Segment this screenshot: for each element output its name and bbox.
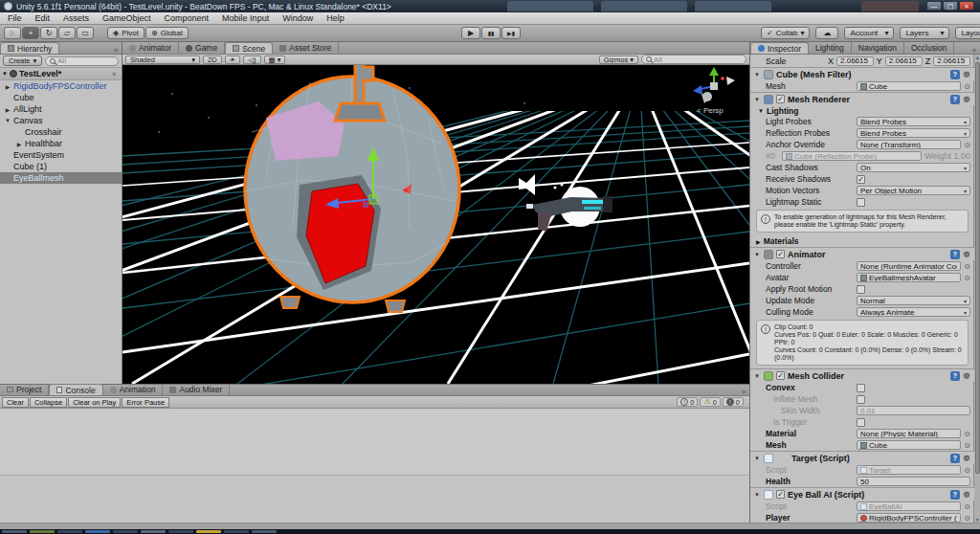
scene-header-row[interactable]: ▼ TestLevel* ≡ [0,68,122,80]
taskbar-item[interactable] [57,530,82,533]
component-header-target-script[interactable]: ▼ Target (Script) ? ☸ [750,451,974,464]
scene-audio-toggle-icon[interactable]: ◁) [243,56,260,64]
foldout-icon[interactable]: ▶ [756,238,761,245]
2d-toggle[interactable]: 2D [203,56,222,64]
close-button[interactable]: × [959,1,974,11]
info-count-toggle[interactable]: !0 [677,397,698,407]
scrollbar-thumb[interactable] [975,62,980,474]
taskbar-item[interactable] [168,530,193,533]
scene-lighting-toggle-icon[interactable]: ☀ [225,56,241,64]
taskbar-item[interactable] [113,530,138,533]
warning-count-toggle[interactable]: ⚠0 [700,397,720,407]
object-picker-icon[interactable]: ⊙ [964,514,970,523]
object-picker-icon[interactable]: ⊙ [964,82,970,91]
gizmo-cube[interactable] [710,82,718,90]
error-pause-button[interactable]: Error Pause [122,397,169,408]
anchor-override-field[interactable]: None (Transform) [857,140,961,149]
controller-object-field[interactable]: None (Runtime Animator Controller) [857,261,961,271]
foldout-icon[interactable]: ▼ [754,97,761,102]
maximize-button[interactable]: ▢ [943,1,958,11]
gear-icon[interactable]: ☸ [963,454,970,463]
health-field[interactable]: 50 [857,477,970,486]
axis-x-dot[interactable] [721,77,724,80]
physic-material-field[interactable]: None (Physic Material) [857,429,961,438]
foldout-icon[interactable]: ▼ [758,108,764,114]
gizmo-ball[interactable] [702,92,712,101]
help-icon[interactable]: ? [950,371,960,381]
step-button[interactable]: ▶▮ [501,27,521,39]
component-header-mesh-collider[interactable]: ▼ ✓ Mesh Collider ? ☸ [750,368,974,382]
menu-file[interactable]: File [8,13,22,23]
motion-vectors-dropdown[interactable]: Per Object Motion▾ [857,186,970,195]
scroll-up-icon[interactable]: ▲ [974,55,980,60]
object-picker-icon[interactable]: ⊙ [964,274,970,282]
hierarchy-item-selected[interactable]: EyeBallmesh [0,172,122,184]
foldout-icon[interactable]: ▼ [754,252,761,257]
help-icon[interactable]: ? [950,95,960,104]
panel-menu-icon[interactable]: ≡ [742,389,749,395]
tab-occlusion[interactable]: Occlusion [904,42,954,54]
hierarchy-item[interactable]: ▶RigidBodyFPSController [0,80,122,92]
tab-lighting[interactable]: Lighting [809,42,852,54]
foldout-icon[interactable]: ▼ [4,118,11,123]
tab-console[interactable]: Console [49,384,102,395]
lightmap-static-checkbox[interactable] [857,198,865,207]
collider-mesh-field[interactable]: Cube [857,440,961,450]
tab-animator[interactable]: Animator [122,42,179,54]
hierarchy-item[interactable]: ▶AllLight [0,103,122,115]
taskbar-item[interactable] [141,530,166,533]
rotate-tool-icon[interactable]: ↻ [40,27,57,39]
os-taskbar[interactable] [0,529,980,534]
object-picker-icon[interactable]: ⊙ [964,262,970,271]
hierarchy-item[interactable]: Cube (1) [0,161,122,172]
panel-menu-icon[interactable]: ≡ [972,47,980,54]
hierarchy-search-input[interactable]: All [45,56,119,66]
menu-assets[interactable]: Assets [63,13,89,23]
layers-dropdown[interactable]: Layers▾ [900,27,949,39]
move-tool-icon[interactable]: + [22,27,39,39]
menu-gameobject[interactable]: GameObject [102,13,151,23]
enabled-checkbox[interactable]: ✓ [776,371,785,380]
convex-checkbox[interactable] [857,384,865,392]
culling-mode-dropdown[interactable]: Always Animate▾ [857,307,970,317]
scale-tool-icon[interactable]: ▱ [58,27,76,39]
clear-on-play-button[interactable]: Clear on Play [68,397,121,408]
hierarchy-item[interactable]: ▼Canvas [0,115,122,126]
scene-menu-icon[interactable]: ≡ [112,71,120,78]
tab-project[interactable]: Project [0,384,49,395]
collapse-button[interactable]: Collapse [30,397,67,408]
gizmos-dropdown[interactable]: Gizmos▾ [599,56,638,64]
pause-button[interactable]: ▮▮ [481,27,501,39]
component-header-mesh-renderer[interactable]: ▼ ✓ Mesh Renderer ? ☸ [750,92,974,105]
gear-icon[interactable]: ☸ [963,371,970,381]
foldout-icon[interactable]: ▶ [15,141,23,147]
menu-help[interactable]: Help [326,13,345,23]
foldout-icon[interactable]: ▼ [754,492,761,498]
error-count-toggle[interactable]: !0 [723,397,744,407]
taskbar-item[interactable] [252,530,277,533]
panel-menu-icon[interactable]: ≡ [114,47,122,54]
menu-component[interactable]: Component [165,13,210,23]
collab-dropdown[interactable]: ✓Collab▾ [761,27,810,39]
component-header-animator[interactable]: ▼ ✓ Animator ? ☸ [750,247,974,260]
persp-label[interactable]: < Persp [697,106,724,115]
foldout-icon[interactable]: ▼ [754,72,761,78]
hand-tool-icon[interactable]: ☞ [4,27,21,39]
foldout-icon[interactable]: ▶ [4,83,11,90]
account-dropdown[interactable]: Account▾ [844,27,894,39]
tab-navigation[interactable]: Navigation [852,42,904,54]
cloud-services-icon[interactable]: ☁ [815,27,838,39]
tab-hierarchy[interactable]: Hierarchy [0,42,59,54]
enabled-checkbox[interactable]: ✓ [776,490,785,499]
scene-viewport[interactable]: < Persp [122,65,749,384]
scale-x-field[interactable]: 2.06615 [836,56,874,66]
help-icon[interactable]: ? [950,454,960,463]
scale-z-field[interactable]: 2.06615 [933,56,970,66]
gear-icon[interactable]: ☸ [963,95,970,104]
mesh-object-field[interactable]: Cube [857,81,961,91]
clear-button[interactable]: Clear [2,397,29,408]
scene-effects-dropdown[interactable]: ▦▾ [264,56,286,64]
taskbar-item[interactable] [85,530,110,533]
cast-shadows-dropdown[interactable]: On▾ [857,163,970,172]
inspector-scrollbar[interactable]: ▲ ▼ [973,55,980,523]
